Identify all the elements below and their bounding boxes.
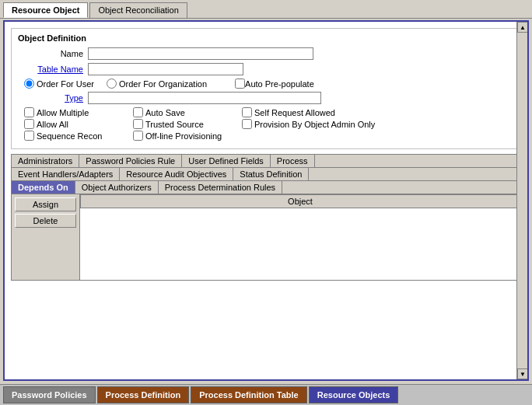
sequence-recon-label: Sequence Recon (37, 131, 102, 141)
bottom-tab-process-definition[interactable]: Process Definition (97, 386, 190, 403)
order-for-org-radio-item: Order For Organization (107, 79, 207, 89)
tab-status-definition[interactable]: Status Definition (233, 168, 309, 180)
name-row: Name (18, 47, 514, 60)
inner-tab-row-1: Administrators Password Policies Rule Us… (12, 155, 520, 168)
provision-by-admin-item: Provision By Object Admin Only (242, 119, 375, 129)
bottom-tab-process-definition-table[interactable]: Process Definition Table (191, 386, 307, 403)
trusted-source-item: Trusted Source (133, 119, 242, 129)
order-for-org-label: Order For Organization (119, 79, 207, 89)
main-container: Resource Object Object Reconciliation Ob… (0, 0, 532, 405)
sequence-recon-item: Sequence Recon (24, 131, 133, 141)
provision-by-admin-checkbox[interactable] (242, 119, 252, 129)
auto-save-item: Auto Save (133, 107, 242, 117)
auto-save-checkbox[interactable] (133, 107, 143, 117)
bottom-tab-password-policies[interactable]: Password Policies (3, 386, 96, 403)
scroll-track (517, 33, 527, 368)
checkbox-row-1: Allow Multiple Auto Save Self Request Al… (18, 107, 514, 117)
object-definition-title: Object Definition (18, 33, 514, 43)
order-for-user-radio-item: Order For User (24, 79, 94, 89)
allow-multiple-checkbox[interactable] (24, 107, 34, 117)
table-name-label[interactable]: Table Name (18, 65, 88, 74)
object-definition-section: Object Definition Name Table Name Order … (11, 28, 521, 149)
tab-object-reconciliation[interactable]: Object Reconciliation (89, 2, 187, 18)
auto-prepopulate-item: Auto Pre-populate (235, 79, 314, 89)
self-request-item: Self Request Allowed (242, 107, 351, 117)
trusted-source-checkbox[interactable] (133, 119, 143, 129)
name-label: Name (18, 49, 88, 58)
tab-depends-on[interactable]: Depends On (12, 181, 75, 194)
order-for-user-label: Order For User (37, 79, 94, 89)
offline-provisioning-checkbox[interactable] (133, 131, 143, 141)
bottom-bar: Password Policies Process Definition Pro… (0, 384, 532, 405)
type-input[interactable] (88, 92, 321, 104)
tab-process-determination-rules[interactable]: Process Determination Rules (159, 181, 282, 194)
table-name-input[interactable] (88, 63, 243, 75)
self-request-checkbox[interactable] (242, 107, 252, 117)
allow-all-item: Allow All (24, 119, 133, 129)
content-area: Object Definition Name Table Name Order … (3, 20, 529, 381)
order-for-org-radio[interactable] (107, 79, 117, 89)
allow-all-checkbox[interactable] (24, 119, 34, 129)
top-tab-bar: Resource Object Object Reconciliation (0, 0, 532, 19)
offline-provisioning-item: Off-line Provisioning (133, 131, 242, 141)
tab-resource-object[interactable]: Resource Object (3, 2, 88, 18)
tab-event-handlers[interactable]: Event Handlers/Adapters (12, 168, 120, 180)
offline-provisioning-label: Off-line Provisioning (145, 131, 222, 141)
inner-tabs-container: Administrators Password Policies Rule Us… (11, 154, 521, 281)
sequence-recon-checkbox[interactable] (24, 131, 34, 141)
type-row: Type (18, 92, 514, 104)
scroll-down-button[interactable]: ▼ (517, 368, 528, 379)
inner-tab-row-2: Event Handlers/Adapters Resource Audit O… (12, 168, 520, 181)
type-label[interactable]: Type (18, 93, 88, 103)
table-name-row: Table Name (18, 63, 514, 75)
assign-button[interactable]: Assign (15, 197, 76, 211)
tab-object-authorizers[interactable]: Object Authorizers (75, 181, 159, 194)
checkbox-row-2: Allow All Trusted Source Provision By Ob… (18, 119, 514, 129)
auto-prepopulate-label: Auto Pre-populate (245, 79, 314, 89)
tab-password-policies-rule[interactable]: Password Policies Rule (79, 155, 182, 167)
name-input[interactable] (88, 47, 313, 60)
trusted-source-label: Trusted Source (145, 120, 204, 129)
tab-process[interactable]: Process (271, 155, 315, 167)
auto-save-label: Auto Save (145, 108, 185, 117)
allow-multiple-label: Allow Multiple (37, 108, 89, 117)
tab-administrators[interactable]: Administrators (12, 155, 79, 167)
checkbox-grid: Allow Multiple Auto Save Self Request Al… (18, 107, 514, 141)
provision-by-admin-label: Provision By Object Admin Only (254, 120, 375, 129)
order-for-user-radio[interactable] (24, 79, 34, 89)
checkbox-row-3: Sequence Recon Off-line Provisioning (18, 131, 514, 141)
scrollbar[interactable]: ▲ ▼ (516, 22, 527, 379)
delete-button[interactable]: Delete (15, 214, 76, 228)
scroll-up-button[interactable]: ▲ (517, 22, 528, 33)
bottom-tab-resource-objects[interactable]: Resource Objects (309, 386, 399, 403)
auto-prepopulate-checkbox[interactable] (235, 79, 245, 89)
allow-all-label: Allow All (37, 120, 68, 129)
allow-multiple-item: Allow Multiple (24, 107, 133, 117)
right-panel: Object (80, 194, 520, 280)
inner-tab-row-3: Depends On Object Authorizers Process De… (12, 181, 520, 194)
tab-resource-audit[interactable]: Resource Audit Objectives (120, 168, 233, 180)
object-table: Object (80, 194, 520, 208)
order-radio-row: Order For User Order For Organization Au… (18, 79, 514, 89)
object-column-header: Object (81, 195, 520, 208)
tab-content: Assign Delete Object (12, 194, 520, 280)
left-panel: Assign Delete (12, 194, 80, 280)
tab-user-defined-fields[interactable]: User Defined Fields (182, 155, 271, 167)
self-request-label: Self Request Allowed (254, 108, 335, 117)
